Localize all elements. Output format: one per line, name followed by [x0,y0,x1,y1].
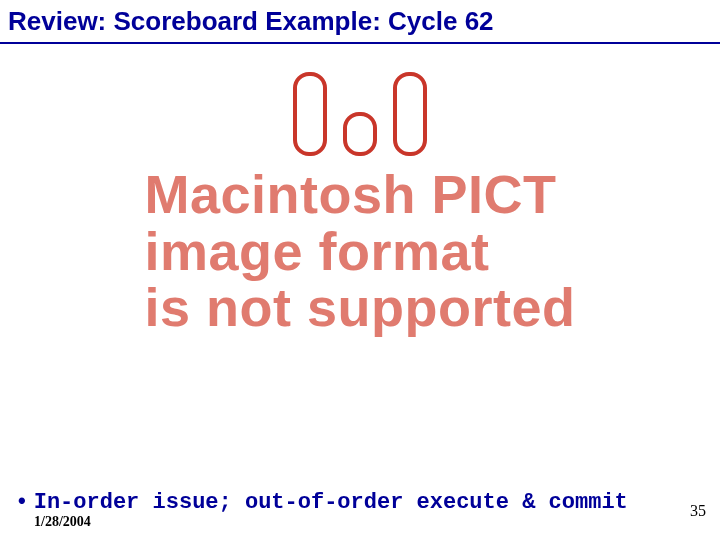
bullet-dot-icon: • [18,490,26,512]
bullet-text: In-order issue; out-of-order execute & c… [34,490,628,515]
highlight-box-icon [393,72,427,156]
highlight-box-icon [293,72,327,156]
slide-title: Review: Scoreboard Example: Cycle 62 [8,6,712,37]
title-underline [0,42,720,44]
figure-placeholder: Macintosh PICT image format is not suppo… [0,70,720,460]
pict-line: image format [145,223,576,280]
page-number: 35 [690,502,706,520]
slide-date: 1/28/2004 [34,514,91,530]
pict-unsupported-message: Macintosh PICT image format is not suppo… [145,166,576,336]
highlight-boxes [293,72,427,156]
highlight-box-icon [343,112,377,156]
bullet-row: • In-order issue; out-of-order execute &… [18,490,628,515]
slide: Review: Scoreboard Example: Cycle 62 Mac… [0,0,720,540]
pict-line: Macintosh PICT [145,166,576,223]
pict-line: is not supported [145,279,576,336]
